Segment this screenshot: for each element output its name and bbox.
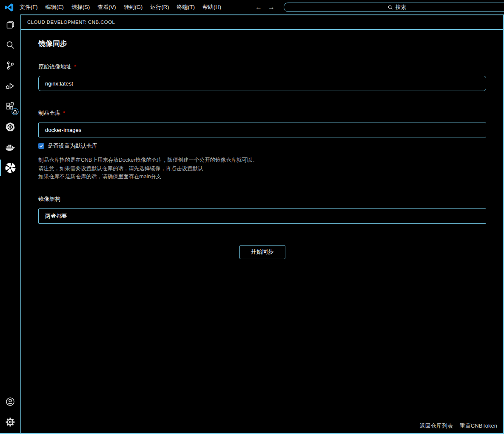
- window-frame: CLOUD DEVELOPMENT: CNB.COOL 镜像同步 原始镜像地址*…: [0, 14, 504, 434]
- docker-icon[interactable]: [0, 137, 20, 157]
- vscode-logo-icon: [5, 3, 14, 12]
- main-panel: CLOUD DEVELOPMENT: CNB.COOL 镜像同步 原始镜像地址*…: [20, 14, 504, 433]
- panel-title: CLOUD DEVELOPMENT: CNB.COOL: [27, 20, 115, 25]
- default-repo-checkbox[interactable]: [38, 143, 44, 149]
- run-debug-icon[interactable]: [0, 76, 20, 96]
- artifact-repo-input[interactable]: [38, 123, 486, 137]
- panel-header: CLOUD DEVELOPMENT: CNB.COOL: [21, 15, 503, 30]
- source-image-input[interactable]: [38, 76, 486, 91]
- search-placeholder: 搜索: [396, 4, 406, 11]
- required-asterisk: *: [74, 63, 76, 70]
- menu-view[interactable]: 查看(V): [94, 0, 120, 14]
- start-sync-button[interactable]: 开始同步: [239, 245, 285, 259]
- search-input[interactable]: 搜索: [284, 3, 504, 12]
- menu-terminal[interactable]: 终端(T): [173, 0, 199, 14]
- activity-bar: [0, 14, 20, 433]
- source-image-label: 原始镜像地址*: [38, 63, 486, 71]
- default-repo-checkbox-label: 是否设置为默认仓库: [48, 142, 97, 150]
- architecture-label-text: 镜像架构: [38, 196, 60, 202]
- artifact-repo-label: 制品仓库*: [38, 109, 486, 117]
- activity-bar-bottom: [0, 391, 20, 432]
- menu-file[interactable]: 文件(F): [16, 0, 42, 14]
- extensions-icon[interactable]: [0, 96, 20, 117]
- nav-back-icon[interactable]: ←: [252, 0, 265, 14]
- source-control-icon[interactable]: [0, 55, 20, 76]
- explorer-icon[interactable]: [0, 14, 20, 35]
- help-line: 制品仓库指的是在CNB上用来存放Docker镜像的仓库，随便创建一个公开的镜像仓…: [38, 156, 486, 165]
- menu-help[interactable]: 帮助(H): [199, 0, 225, 14]
- menu-bar: 文件(F) 编辑(E) 选择(S) 查看(V) 转到(G) 运行(R) 终端(T…: [16, 0, 225, 14]
- kubernetes-icon[interactable]: [0, 117, 20, 137]
- settings-gear-icon[interactable]: [0, 412, 20, 432]
- footer-links: 返回仓库列表 重置CNBToken: [420, 422, 497, 430]
- default-repo-row: 是否设置为默认仓库: [38, 142, 486, 150]
- artifact-repo-label-text: 制品仓库: [38, 110, 60, 116]
- nav-forward-icon[interactable]: →: [265, 0, 278, 14]
- checkmark-icon: [39, 143, 44, 148]
- page-title: 镜像同步: [38, 39, 486, 49]
- source-image-label-text: 原始镜像地址: [38, 63, 71, 70]
- menu-edit[interactable]: 编辑(E): [42, 0, 68, 14]
- search-icon: [387, 5, 393, 10]
- architecture-label: 镜像架构: [38, 195, 486, 203]
- menu-run[interactable]: 运行(R): [146, 0, 173, 14]
- help-line: 请注意，如果需要设置默认仓库的话，请先选择镜像，再点击设置默认: [38, 165, 486, 173]
- titlebar: 文件(F) 编辑(E) 选择(S) 查看(V) 转到(G) 运行(R) 终端(T…: [0, 0, 504, 14]
- cnb-cloud-development-icon[interactable]: [0, 157, 20, 178]
- help-line: 如果仓库不是新仓库的话，请确保里面存在main分支: [38, 173, 486, 181]
- form-content: 镜像同步 原始镜像地址* 制品仓库* 是否设置为默认仓库 制品仓库指的是在CNB…: [21, 30, 503, 433]
- active-item-indicator: [0, 160, 1, 176]
- extensions-warning-badge-icon: [11, 108, 19, 115]
- menu-goto[interactable]: 转到(G): [120, 0, 147, 14]
- submit-row: 开始同步: [38, 245, 486, 259]
- reset-cnb-token-link[interactable]: 重置CNBToken: [460, 422, 497, 430]
- menu-select[interactable]: 选择(S): [68, 0, 94, 14]
- help-text: 制品仓库指的是在CNB上用来存放Docker镜像的仓库，随便创建一个公开的镜像仓…: [38, 156, 486, 181]
- architecture-input[interactable]: [38, 208, 486, 224]
- accounts-icon[interactable]: [0, 391, 20, 412]
- search-view-icon[interactable]: [0, 35, 20, 55]
- required-asterisk: *: [63, 110, 65, 116]
- back-to-repo-list-link[interactable]: 返回仓库列表: [420, 422, 453, 430]
